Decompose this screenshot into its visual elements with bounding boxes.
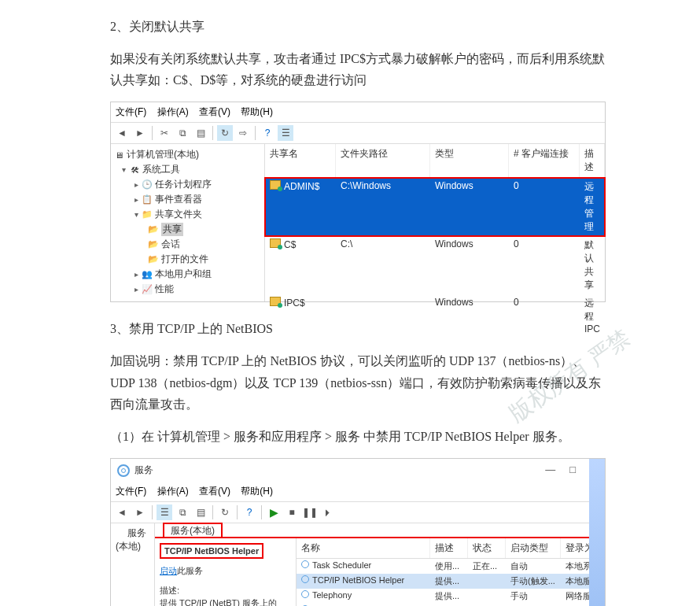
expand-icon[interactable]: ▸ [131,180,141,189]
copy-icon[interactable]: ⧉ [175,125,190,141]
start-icon[interactable]: ▶ [266,504,282,520]
maximize-icon[interactable]: □ [569,464,576,475]
computer-management-screenshot: 文件(F) 操作(A) 查看(V) 帮助(H) ◄ ► ✂ ⧉ ▤ ↻ ⇨ ? … [110,102,606,302]
props-icon[interactable]: ▤ [193,125,208,141]
svc-tree: 服务(本地) [111,523,155,606]
gear-icon [116,529,125,538]
restart-icon[interactable]: ⏵ [320,504,336,520]
tree-sessions[interactable]: 📂 会话 [112,237,263,252]
list-icon[interactable]: ☰ [157,504,172,520]
tree-root[interactable]: 🖥 计算机管理(本地) [112,147,263,162]
col-path[interactable]: 文件夹路径 [336,144,430,177]
expand-icon[interactable]: ▸ [131,195,141,204]
back-icon[interactable]: ◄ [114,125,130,141]
share-icon [270,238,281,248]
shares-list: 共享名 文件夹路径 类型 # 客户端连接 描述 ADMIN$ C:\Window… [265,144,605,301]
gear-icon [117,464,130,477]
section3-heading: 3、禁用 TCP/IP 上的 NetBIOS [110,321,606,338]
share-icon [270,297,281,306]
refresh-icon[interactable]: ↻ [217,125,233,141]
gear-icon [301,575,309,583]
svc-tree-item[interactable]: 服务(本地) [116,527,149,553]
menu-help[interactable]: 帮助(H) [241,106,273,117]
menu-view[interactable]: 查看(V) [199,106,230,117]
tree-tasksched[interactable]: ▸ 🕒 任务计划程序 [112,177,263,192]
section3-para1: 加固说明：禁用 TCP/IP 上的 NetBIOS 协议，可以关闭监听的 UDP… [110,350,606,415]
share-row-c[interactable]: C$ C:\ Windows 0 默认共享 [265,236,605,294]
menu-file[interactable]: 文件(F) [116,486,146,497]
services-screenshot: 服务 — □ ✕ 文件(F) 操作(A) 查看(V) 帮助(H) ◄ ► ☰ ⧉… [110,458,606,606]
tree-shared[interactable]: ▾ 📁 共享文件夹 [112,207,263,222]
cm-menubar: 文件(F) 操作(A) 查看(V) 帮助(H) [111,102,605,122]
users-icon: 👥 [141,269,153,280]
collapse-icon[interactable]: ▾ [119,165,128,174]
clock-icon: 🕒 [141,179,153,190]
tree-shares[interactable]: 📂 共享 [112,222,263,237]
share-row-admin[interactable]: ADMIN$ C:\Windows Windows 0 远程管理 [265,178,605,236]
svc-toolbar: ◄ ► ☰ ⧉ ▤ ↻ ? ▶ ■ ❚❚ ⏵ [111,501,605,523]
computer-icon: 🖥 [112,150,125,161]
menu-action[interactable]: 操作(A) [157,486,189,497]
share-icon: 📂 [147,224,160,235]
svc-desc-text: 提供 TCP/IP (NetBT) 服务上的 NetBIOS 和网络上客户端的 … [160,597,291,606]
svc-row[interactable]: TCP/IP NetBIOS Helper提供...手动(触发...本地服务 [297,574,605,589]
cm-tree: 🖥 计算机管理(本地) ▾ 🛠 系统工具 ▸ 🕒 任务计划程序 ▸ 📋 事件查看… [111,144,265,301]
expand-icon[interactable]: ▸ [131,270,141,279]
col-type[interactable]: 类型 [430,144,509,177]
menu-action[interactable]: 操作(A) [157,106,189,117]
stop-icon[interactable]: ■ [284,504,300,520]
gear-icon [301,560,309,568]
tree-eventvwr[interactable]: ▸ 📋 事件查看器 [112,192,263,207]
share-icon [270,180,281,190]
col-name[interactable]: 名称 [297,538,430,558]
list-icon[interactable]: ☰ [278,125,293,141]
minimize-icon[interactable]: — [545,464,555,475]
forward-icon[interactable]: ► [132,504,148,520]
svc-row[interactable]: Telephony提供...手动网络服务 [297,589,605,604]
filter-icon[interactable]: ⧉ [175,504,190,520]
tree-systools[interactable]: ▾ 🛠 系统工具 [112,162,263,177]
export-icon[interactable]: ⇨ [235,125,251,141]
refresh-icon[interactable]: ↻ [217,504,233,520]
back-icon[interactable]: ◄ [114,504,130,520]
expand-icon[interactable]: ▸ [131,285,141,294]
col-state[interactable]: 状态 [468,538,506,558]
help-icon[interactable]: ? [260,125,275,141]
svc-row[interactable]: Task Scheduler使用...正在...自动本地系统 [297,559,605,574]
forward-icon[interactable]: ► [132,125,148,141]
svc-selected-name: TCP/IP NetBIOS Helper [160,543,263,559]
cm-toolbar: ◄ ► ✂ ⧉ ▤ ↻ ⇨ ? ☰ [111,122,605,144]
session-icon: 📂 [147,239,160,250]
col-desc[interactable]: 描述 [580,144,605,177]
tree-openfiles[interactable]: 📂 打开的文件 [112,252,263,267]
col-sharename[interactable]: 共享名 [265,144,336,177]
wrench-icon: 🛠 [128,164,141,176]
win-edge [589,459,605,606]
help-icon[interactable]: ? [241,504,257,520]
props-icon[interactable]: ▤ [193,504,208,520]
menu-view[interactable]: 查看(V) [199,486,230,497]
services-title: 服务 — □ ✕ [111,459,605,482]
folder-icon: 📁 [141,209,153,220]
event-icon: 📋 [141,194,153,205]
menu-file[interactable]: 文件(F) [116,106,146,117]
svc-header: 名称 描述 状态 启动类型 登录为 [297,538,605,559]
gear-icon [301,590,309,598]
collapse-icon[interactable]: ▾ [131,210,141,219]
section3-para2: （1）在 计算机管理 > 服务和应用程序 > 服务 中禁用 TCP/IP Net… [110,426,606,447]
svc-detail-pane: TCP/IP NetBIOS Helper 启动此服务 描述: 提供 TCP/I… [155,538,297,606]
col-conn[interactable]: # 客户端连接 [509,144,580,177]
col-start[interactable]: 启动类型 [506,538,561,558]
openfile-icon: 📂 [147,254,160,265]
tree-perf[interactable]: ▸ 📈 性能 [112,282,263,297]
pause-icon[interactable]: ❚❚ [302,504,318,520]
perf-icon: 📈 [141,284,153,295]
tree-localusers[interactable]: ▸ 👥 本地用户和组 [112,267,263,282]
shares-header: 共享名 文件夹路径 类型 # 客户端连接 描述 [265,144,605,178]
menu-help[interactable]: 帮助(H) [241,486,273,497]
svc-start-link[interactable]: 启动 [160,566,177,575]
svc-tab-local[interactable]: 服务(本地) [163,523,223,538]
col-desc[interactable]: 描述 [430,538,468,558]
cut-icon[interactable]: ✂ [157,125,172,141]
section2-paragraph: 如果没有关闭系统默认共享，攻击者通过 IPC$方式暴力破解帐户的密码，而后利用系… [110,48,606,91]
